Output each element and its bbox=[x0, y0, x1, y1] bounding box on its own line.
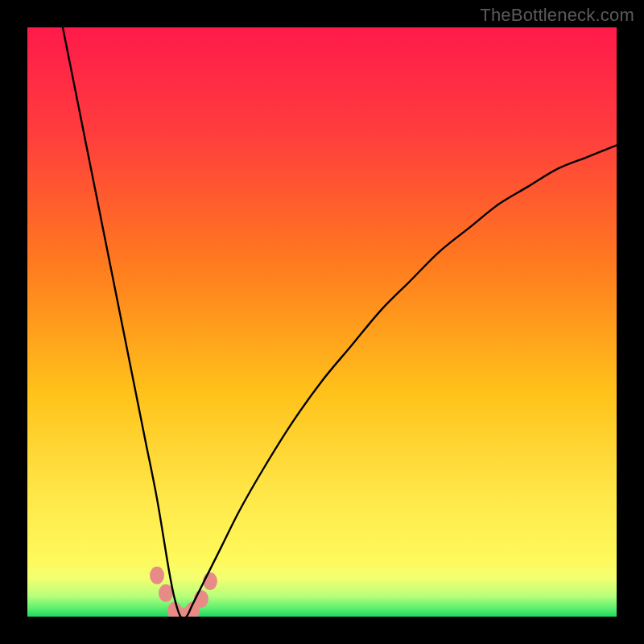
bottleneck-curve bbox=[63, 27, 617, 617]
watermark-text: TheBottleneck.com bbox=[480, 5, 634, 26]
min-marker bbox=[159, 584, 173, 602]
plot-area bbox=[27, 27, 617, 617]
curve-layer bbox=[27, 27, 617, 617]
chart-frame: TheBottleneck.com bbox=[0, 0, 644, 644]
min-marker bbox=[150, 567, 164, 584]
